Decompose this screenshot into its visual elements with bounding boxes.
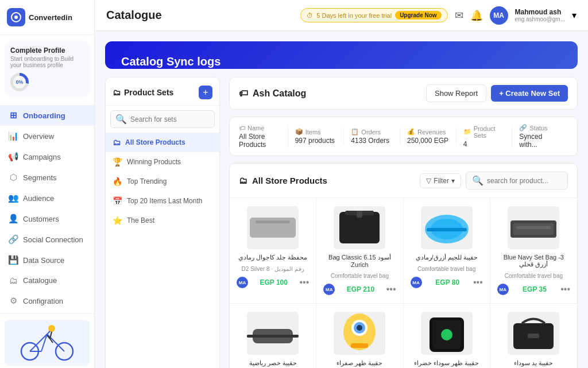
- trial-text: 5 Days left in your free trial: [316, 12, 392, 19]
- svg-rect-15: [256, 220, 290, 223]
- stat-value: Synced with...: [519, 133, 561, 149]
- product-name: حقيبة خصر رياضية: [249, 359, 297, 367]
- search-icon: 🔍: [472, 175, 483, 186]
- stat-items: 📦Items997 products: [288, 128, 345, 145]
- svg-rect-36: [528, 334, 539, 338]
- catalog-icon: 🏷: [239, 88, 248, 99]
- top-trending-icon: 🔥: [113, 177, 122, 186]
- catalog-area: 🗂 Product Sets + 🔍 🗂All Store Products🏆W…: [105, 77, 578, 368]
- stat-status: 🔗StatusSynced with...: [512, 124, 568, 149]
- trial-badge: ⏱ 5 Days left in your free trial Upgrade…: [300, 8, 447, 22]
- sidebar-item-campaigns[interactable]: 📢Campaigns: [0, 146, 94, 167]
- product-price: EGP 35: [523, 285, 547, 293]
- stat-value: 4133 Orders: [351, 137, 393, 145]
- product-search[interactable]: 🔍: [466, 172, 568, 189]
- profile-title: Complete Profile: [10, 47, 84, 55]
- product-sets-search[interactable]: 🔍: [110, 110, 215, 128]
- product-card: حقيبة ظهر سوداء خضراء School backpack MA…: [404, 304, 490, 368]
- overview-icon: 📊: [8, 131, 18, 141]
- show-report-button[interactable]: Show Report: [426, 84, 486, 102]
- sidebar-item-customers[interactable]: 👤Customers: [0, 208, 94, 229]
- stat-label: 📁Product Sets: [463, 125, 505, 139]
- product-set-label: Top Trending: [127, 177, 167, 185]
- product-price: EGP 210: [347, 285, 374, 293]
- profile-card: Complete Profile Start onboarding to Bui…: [5, 41, 90, 97]
- product-name: أسود 6.15 Bag Classic Zurich: [323, 254, 396, 268]
- svg-point-34: [441, 329, 452, 340]
- logo-text: Convertedin: [29, 13, 72, 22]
- search-icon: 🔍: [115, 114, 127, 125]
- campaigns-icon: 📢: [8, 152, 18, 162]
- header: Catalogue ⏱ 5 Days left in your free tri…: [95, 0, 588, 31]
- configuration-icon: ⚙: [8, 296, 18, 306]
- svg-point-30: [357, 325, 362, 331]
- svg-rect-18: [357, 211, 362, 218]
- more-options-icon[interactable]: •••: [473, 277, 483, 288]
- product-set-all-store[interactable]: 🗂All Store Products: [106, 133, 219, 152]
- product-avatar: MA: [497, 284, 509, 295]
- product-set-top-20[interactable]: 📅Top 20 Items Last Month: [106, 191, 219, 211]
- stat-label: 🔗Status: [519, 124, 561, 131]
- product-set-winning[interactable]: 🏆Winning Products: [106, 152, 219, 172]
- user-info: Mahmoud ash eng.ashmoo@gm...: [515, 8, 565, 22]
- sidebar-item-configuration[interactable]: ⚙Configration: [0, 290, 94, 311]
- sidebar-item-onboarding[interactable]: ⊞Onboarding: [0, 105, 94, 126]
- product-image: [334, 206, 385, 249]
- sidebar-item-label: Data Source: [23, 256, 64, 265]
- product-search-input[interactable]: [487, 177, 562, 185]
- product-footer: MA EGP 100 •••: [237, 277, 309, 288]
- product-card: حقيبة ظهر صفراء Kids backpack MA EGP 90 …: [316, 304, 403, 368]
- sidebar-item-catalogue[interactable]: 🗂Catalogue: [0, 270, 94, 290]
- product-card: محفظة جلد كاجوال رمادي D2 Silver 8 · رقم…: [230, 198, 316, 304]
- stat-revenues: 💰Revenues250,000 EGP: [400, 128, 457, 145]
- product-image: [247, 312, 299, 355]
- product-sets-title: 🗂 Product Sets: [113, 88, 173, 97]
- upgrade-button[interactable]: Upgrade Now: [395, 11, 441, 20]
- logo: Convertedin: [0, 0, 94, 35]
- stat-label: 💰Revenues: [407, 128, 449, 135]
- stat-value: 997 products: [295, 137, 337, 145]
- bell-icon[interactable]: 🔔: [470, 9, 483, 22]
- product-card: Blue Navy Set Bag -3 أزرق قحلي Comfortab…: [490, 198, 577, 304]
- filter-button[interactable]: ▽ Filter ▾: [420, 173, 461, 188]
- header-right: ⏱ 5 Days left in your free trial Upgrade…: [300, 6, 577, 25]
- catalog-main: 🏷 Ash Catalog Show Report + Create New S…: [229, 77, 578, 368]
- sidebar: Convertedin Complete Profile Start onboa…: [0, 0, 95, 368]
- mail-icon[interactable]: ✉: [455, 9, 463, 22]
- add-product-set-button[interactable]: +: [199, 86, 212, 99]
- create-set-button[interactable]: + Create New Set: [491, 85, 568, 102]
- more-options-icon[interactable]: •••: [299, 277, 309, 288]
- product-avatar: MA: [411, 277, 422, 288]
- sidebar-item-label: Overview: [23, 132, 54, 141]
- product-sets-search-input[interactable]: [130, 115, 210, 123]
- sidebar-item-label: Configration: [23, 297, 63, 305]
- svg-rect-26: [247, 335, 299, 338]
- product-set-best[interactable]: ⭐The Best: [106, 211, 219, 230]
- banner-title: Catalog Sync logs: [121, 55, 562, 68]
- chevron-down-icon[interactable]: ▾: [572, 10, 577, 21]
- product-set-top-trending[interactable]: 🔥Top Trending: [106, 172, 219, 191]
- catalog-name: 🏷 Ash Catalog: [239, 88, 306, 99]
- progress-circle: 0%: [10, 73, 29, 91]
- sidebar-item-segments[interactable]: ⬡Segments: [0, 167, 94, 188]
- stat-value: All Store Products: [239, 133, 281, 149]
- more-options-icon[interactable]: •••: [560, 284, 570, 295]
- svg-rect-24: [516, 226, 551, 229]
- sidebar-item-audience[interactable]: 👥Audience: [0, 188, 94, 208]
- progress-value: 0%: [13, 76, 26, 88]
- product-card: حقيبة للجيم أزرق/رمادي Comfortable trave…: [404, 198, 490, 304]
- product-image: [247, 206, 299, 249]
- sidebar-item-data-source[interactable]: 💾Data Source: [0, 250, 94, 270]
- products-title: 🗂 All Store Products: [239, 176, 327, 185]
- stat-value: 4: [463, 140, 505, 148]
- sidebar-item-overview[interactable]: 📊Overview: [0, 126, 94, 146]
- more-options-icon[interactable]: •••: [386, 284, 396, 295]
- user-email: eng.ashmoo@gm...: [515, 16, 565, 22]
- product-set-label: Top 20 Items Last Month: [127, 197, 202, 205]
- best-icon: ⭐: [113, 216, 122, 225]
- product-name: Blue Navy Set Bag -3 أزرق قحلي: [497, 254, 570, 268]
- sidebar-item-label: Customers: [23, 215, 59, 223]
- catalog-header-row: 🏷 Ash Catalog Show Report + Create New S…: [229, 77, 578, 110]
- product-avatar: MA: [237, 277, 248, 288]
- sidebar-item-social-connection[interactable]: 🔗Social Connection: [0, 229, 94, 250]
